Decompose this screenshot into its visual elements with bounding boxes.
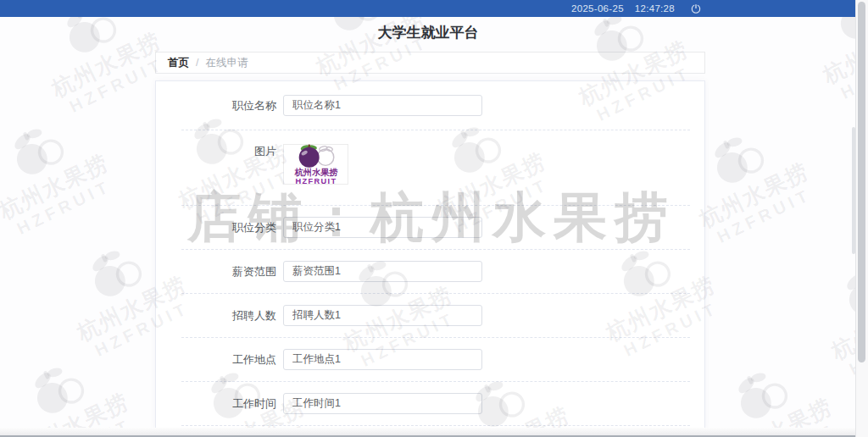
application-form-card: 职位名称 图片 杭州水果捞 HZFRU xyxy=(155,80,705,430)
datetime-display: 2025-06-2512:47:28 xyxy=(571,3,675,14)
date-text: 2025-06-25 xyxy=(571,3,624,14)
breadcrumb-separator: / xyxy=(196,57,198,69)
form-row-image: 图片 杭州水果捞 HZFRUIT xyxy=(181,130,690,206)
recruit-count-input[interactable] xyxy=(283,305,482,326)
position-category-label: 职位分类 xyxy=(181,220,276,235)
app-window: 2025-06-2512:47:28 大学生就业平台 首页 / 在线申请 职位名… xyxy=(0,0,868,437)
position-category-input[interactable] xyxy=(283,217,482,238)
form-row-work-time: 工作时间 xyxy=(181,382,690,426)
position-name-input[interactable] xyxy=(283,95,482,116)
form-row-recruit-count: 招聘人数 xyxy=(181,294,690,338)
breadcrumb-current: 在线申请 xyxy=(205,56,248,70)
page-title: 大学生就业平台 xyxy=(0,23,856,42)
salary-range-input[interactable] xyxy=(283,261,482,282)
watermark-tile: 杭州水果捞HZFRUIT xyxy=(0,335,158,437)
form-row-position-category: 职位分类 xyxy=(181,206,690,250)
vertical-scrollbar[interactable] xyxy=(855,0,868,437)
svg-text:杭州水果捞: 杭州水果捞 xyxy=(293,167,338,177)
svg-text:HZFRUIT: HZFRUIT xyxy=(295,177,337,185)
recruit-count-label: 招聘人数 xyxy=(181,308,276,324)
form-row-work-location: 工作地点 xyxy=(181,338,690,382)
image-label: 图片 xyxy=(181,144,276,159)
work-location-label: 工作地点 xyxy=(181,352,276,368)
work-time-input[interactable] xyxy=(283,393,482,414)
horizontal-scrollbar[interactable] xyxy=(0,428,856,437)
shop-logo: 杭州水果捞 HZFRUIT xyxy=(286,144,347,185)
salary-range-label: 薪资范围 xyxy=(181,264,276,279)
breadcrumb-home-link[interactable]: 首页 xyxy=(168,56,189,70)
power-icon[interactable] xyxy=(690,3,702,14)
work-location-input[interactable] xyxy=(283,349,482,370)
vertical-scrollbar-thumb[interactable] xyxy=(858,2,865,362)
work-time-label: 工作时间 xyxy=(181,396,276,412)
form-row-salary-range: 薪资范围 xyxy=(181,250,690,294)
position-name-label: 职位名称 xyxy=(181,98,276,113)
time-text: 12:47:28 xyxy=(635,3,675,14)
topbar: 2025-06-2512:47:28 xyxy=(0,0,868,17)
watermark-tile: 杭州水果捞HZFRUIT xyxy=(682,340,860,437)
watermark-tile: 杭州水果捞HZFRUIT xyxy=(0,97,137,250)
breadcrumb: 首页 / 在线申请 xyxy=(155,52,705,74)
form-row-position-name: 职位名称 xyxy=(181,81,690,130)
position-image[interactable]: 杭州水果捞 HZFRUIT xyxy=(283,144,348,185)
